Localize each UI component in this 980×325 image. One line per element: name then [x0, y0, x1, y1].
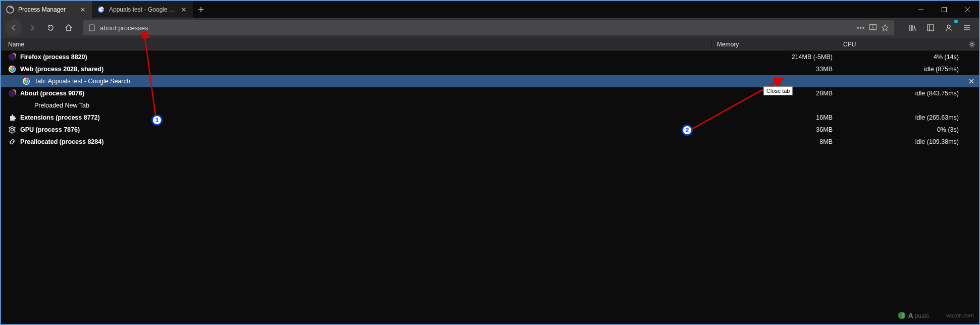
- extension-icon: [8, 114, 16, 122]
- process-cpu: idle (265.63ms): [838, 114, 964, 121]
- svg-point-16: [11, 129, 14, 131]
- browser-tab-process-manager[interactable]: Process Manager: [1, 1, 92, 18]
- account-button[interactable]: [941, 20, 957, 36]
- process-row[interactable]: Firefox (process 8820)214MB (-5MB)4% (14…: [1, 51, 979, 63]
- process-row[interactable]: About (process 9076)28MBidle (843.75ms): [1, 87, 979, 99]
- google-icon: [97, 6, 105, 14]
- process-table-body: Firefox (process 8820)214MB (-5MB)4% (14…: [1, 51, 979, 148]
- process-label: GPU (process 7876): [20, 126, 80, 133]
- svg-point-7: [970, 43, 972, 45]
- process-label: Preallocated (process 8284): [20, 138, 104, 145]
- process-name-cell: Preallocated (process 8284): [1, 138, 711, 146]
- process-memory: 16MB: [711, 114, 838, 121]
- process-name-cell: Firefox (process 8820): [1, 53, 711, 61]
- toolbar: about:processes •••: [1, 18, 979, 38]
- firefox-tabs-icon: [6, 6, 14, 14]
- app-menu-button[interactable]: [959, 20, 975, 36]
- gpu-icon: [8, 126, 16, 134]
- process-label: About (process 9076): [20, 90, 84, 97]
- svg-rect-5: [927, 25, 934, 31]
- close-window-button[interactable]: [956, 1, 979, 18]
- process-memory: 33MB: [711, 66, 838, 73]
- process-name-cell: About (process 9076): [1, 89, 711, 97]
- process-row[interactable]: Web (process 2028, shared)33MBidle (875m…: [1, 63, 979, 75]
- process-label: Extensions (process 8772): [20, 114, 100, 121]
- column-cpu[interactable]: CPU: [838, 41, 964, 48]
- process-label: Preloaded New Tab: [34, 102, 89, 109]
- home-button[interactable]: [61, 20, 77, 36]
- process-cpu: 4% (14s): [838, 53, 964, 61]
- process-label: Tab: Appuals test - Google Search: [34, 78, 130, 85]
- bookmark-star-icon[interactable]: [881, 24, 889, 32]
- process-name-cell: Preloaded New Tab: [1, 101, 711, 110]
- process-name-cell: GPU (process 7876): [1, 126, 711, 134]
- url-text: about:processes: [100, 24, 853, 32]
- process-row[interactable]: Preloaded New Tab: [1, 99, 979, 112]
- none-icon: [22, 101, 30, 110]
- process-label: Web (process 2028, shared): [20, 66, 104, 73]
- firefox-icon: [8, 89, 16, 97]
- page-info-icon[interactable]: [88, 24, 96, 32]
- forward-button[interactable]: [24, 20, 40, 36]
- process-row[interactable]: Extensions (process 8772)16MBidle (265.6…: [1, 112, 979, 124]
- annotation-marker-2: 2: [682, 125, 693, 136]
- process-memory: 36MB: [711, 126, 838, 133]
- titlebar-drag-area[interactable]: [209, 1, 909, 18]
- process-name-cell: Web (process 2028, shared): [1, 65, 711, 73]
- new-tab-button[interactable]: [193, 1, 209, 18]
- google-icon: [8, 65, 16, 73]
- svg-rect-3: [89, 25, 94, 31]
- window-controls: [909, 1, 979, 18]
- tab-close-button[interactable]: [79, 6, 87, 14]
- sidebars-button[interactable]: [922, 20, 939, 36]
- process-table-header: Name Memory CPU: [1, 38, 979, 51]
- google-icon: [22, 77, 30, 85]
- process-row[interactable]: Tab: Appuals test - Google Search: [1, 75, 979, 87]
- process-cpu: idle (843.75ms): [838, 90, 964, 97]
- process-memory: 8MB: [711, 138, 838, 145]
- annotation-marker-1: 1: [151, 115, 163, 126]
- reader-mode-icon[interactable]: [869, 24, 877, 32]
- notification-dot-icon: [954, 20, 958, 23]
- svg-text:puals: puals: [915, 312, 930, 319]
- close-tab-tooltip: Close tab: [763, 86, 793, 95]
- browser-tab-google-search[interactable]: Appuals test - Google Search: [92, 1, 193, 18]
- back-button[interactable]: [5, 19, 22, 36]
- svg-point-11: [11, 68, 13, 70]
- process-cpu: idle (875ms): [838, 66, 964, 73]
- column-name[interactable]: Name: [1, 41, 711, 48]
- maximize-button[interactable]: [933, 1, 956, 18]
- library-button[interactable]: [904, 20, 920, 36]
- firefox-icon: [8, 53, 16, 61]
- reload-button[interactable]: [42, 20, 59, 36]
- watermark-text: wsxdn.com: [946, 312, 974, 318]
- titlebar: Process Manager Appuals test - Google Se…: [1, 1, 979, 18]
- column-memory[interactable]: Memory: [711, 41, 838, 48]
- watermark: A puals wsxdn.com: [893, 310, 974, 321]
- svg-point-6: [947, 25, 950, 28]
- tab-title: Process Manager: [18, 6, 75, 13]
- process-cpu: idle (109.38ms): [838, 138, 964, 145]
- column-settings[interactable]: [964, 41, 979, 48]
- page-actions-icon[interactable]: •••: [857, 24, 865, 32]
- process-cpu: 0% (3s): [838, 126, 964, 133]
- process-row[interactable]: Preallocated (process 8284)8MBidle (109.…: [1, 136, 979, 148]
- address-bar[interactable]: about:processes •••: [83, 20, 894, 35]
- svg-point-14: [25, 80, 27, 82]
- close-process-button[interactable]: [964, 78, 979, 84]
- tab-close-button[interactable]: [180, 6, 188, 14]
- process-name-cell: Extensions (process 8772): [1, 114, 711, 122]
- process-memory: 214MB (-5MB): [711, 53, 838, 61]
- process-name-cell: Tab: Appuals test - Google Search: [1, 77, 711, 85]
- process-label: Firefox (process 8820): [20, 53, 87, 61]
- process-row[interactable]: GPU (process 7876)36MB0% (3s): [1, 124, 979, 136]
- svg-text:A: A: [908, 312, 913, 319]
- svg-rect-2: [942, 7, 947, 12]
- link-icon: [8, 138, 16, 146]
- tab-title: Appuals test - Google Search: [109, 6, 176, 13]
- minimize-button[interactable]: [909, 1, 933, 18]
